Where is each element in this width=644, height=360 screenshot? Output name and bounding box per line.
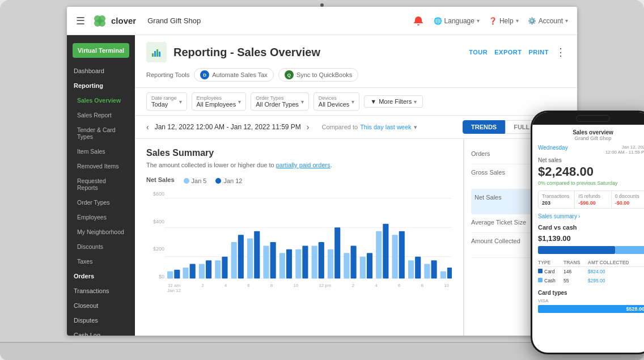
account-button[interactable]: ⚙️ Account ▾ [528, 17, 568, 25]
sidebar-item-cash-log[interactable]: Cash Log [67, 328, 135, 336]
phone-stats-row: Transactions 203 IS refunds -$96.00 0 di… [538, 190, 644, 209]
export-button[interactable]: EXPORT [494, 49, 522, 56]
svg-rect-45 [424, 264, 430, 279]
help-button[interactable]: ❓ Help ▾ [489, 17, 519, 25]
sidebar-item-my-neighborhood[interactable]: My Neighborhood [67, 225, 135, 239]
notification-icon[interactable] [412, 15, 425, 27]
legend-jan5: Jan 5 [184, 177, 207, 184]
svg-rect-7 [156, 49, 158, 57]
sidebar-item-reporting[interactable]: Reporting [67, 78, 135, 93]
reporting-icon [146, 42, 167, 62]
svg-rect-16 [190, 264, 196, 279]
svg-rect-28 [286, 249, 292, 278]
hamburger-icon[interactable]: ☰ [76, 15, 85, 27]
svg-rect-24 [254, 231, 260, 279]
svg-rect-42 [399, 231, 405, 279]
svg-rect-44 [415, 257, 421, 279]
svg-rect-26 [270, 242, 276, 278]
phone-table-type-header: TYPE [538, 259, 564, 267]
main-layout: Virtual Terminal Dashboard Reporting Sal… [67, 35, 577, 336]
sidebar-item-sales-report[interactable]: Sales Report [67, 108, 135, 122]
sidebar-item-taxes[interactable]: Taxes [67, 254, 135, 269]
print-button[interactable]: PRINT [529, 49, 549, 56]
chart-x-labels: 12 amJan 12 2 4 6 8 10 12 pm 2 4 6 8 [164, 283, 452, 293]
phone-day-link[interactable]: Wednesday [538, 145, 568, 151]
sales-summary-note: The amount collected is lower or higher … [146, 162, 452, 168]
svg-rect-38 [367, 253, 372, 278]
compare-link[interactable]: This day last week [360, 124, 411, 130]
svg-rect-14 [174, 270, 180, 278]
store-name: Grand Gift Shop [147, 16, 201, 25]
sidebar-item-removed-items[interactable]: Removed Items [67, 159, 135, 173]
svg-rect-19 [215, 260, 221, 278]
sidebar-item-transactions[interactable]: Transactions [67, 283, 135, 298]
tab-trends[interactable]: TRENDS [463, 120, 505, 134]
sidebar-item-sales-overview[interactable]: Sales Overview [67, 93, 135, 108]
employees-value: All Employees [197, 101, 236, 108]
chart-label: Net Sales [146, 176, 175, 183]
more-options-icon[interactable]: ⋮ [556, 46, 566, 58]
more-filters-button[interactable]: ▼ More Filters ▾ [364, 95, 423, 108]
sidebar-item-disputes[interactable]: Disputes [67, 313, 135, 328]
sidebar-item-requested-reports[interactable]: Requested Reports [67, 173, 135, 195]
sidebar-item-order-types[interactable]: Order Types [67, 195, 135, 210]
phone-visa-label: VISA [538, 298, 644, 303]
compared-to-text: Compared to This day last week ▾ [322, 124, 417, 131]
automate-sales-tax-badge[interactable]: D Automate Sales Tax [194, 68, 274, 82]
language-button[interactable]: 🌐 Language ▾ [434, 17, 480, 25]
davo-icon: D [200, 70, 209, 79]
date-range-filter[interactable]: Date range Today ▾ [146, 92, 187, 111]
sidebar-item-discounts[interactable]: Discounts [67, 239, 135, 254]
phone-comparison: 0% compared to previous Saturday [538, 180, 644, 186]
filters-row: Date range Today ▾ Employees All Employe… [135, 88, 577, 116]
partially-paid-link[interactable]: partially paid orders [276, 162, 331, 168]
phone-visa-amount: $528.00 [626, 306, 644, 312]
phone-notch-bar [576, 115, 610, 122]
svg-rect-40 [383, 224, 388, 278]
svg-rect-31 [312, 245, 317, 278]
svg-rect-27 [279, 253, 285, 278]
employees-chevron: ▾ [238, 99, 241, 105]
svg-rect-39 [376, 231, 382, 279]
sidebar: Virtual Terminal Dashboard Reporting Sal… [67, 35, 135, 336]
date-nav-left: ‹ Jan 12, 2022 12:00 AM - Jan 12, 2022 1… [146, 122, 417, 132]
sync-quickbooks-badge[interactable]: Q Sync to QuickBooks [278, 68, 358, 82]
next-date-arrow[interactable]: › [307, 122, 310, 132]
reporting-tools-label: Reporting Tools [146, 71, 189, 78]
tour-button[interactable]: TOUR [469, 49, 488, 56]
devices-filter[interactable]: Devices All Devices ▾ [313, 92, 359, 111]
compare-chevron: ▾ [414, 124, 417, 131]
main-content: Sales Summary The amount collected is lo… [135, 139, 577, 336]
sidebar-item-closeout[interactable]: Closeout [67, 298, 135, 313]
sidebar-item-orders[interactable]: Orders [67, 269, 135, 283]
chart-container: $600 $400 $200 $0 [146, 191, 452, 293]
phone-amt-cash: $295.00 [588, 276, 644, 285]
phone-card-types-title: Card types [538, 290, 644, 296]
phone-cash-bar [615, 246, 644, 254]
sidebar-item-tender-card[interactable]: Tender & Card Types [67, 122, 135, 144]
svg-rect-35 [344, 253, 349, 278]
svg-rect-6 [154, 51, 156, 57]
phone-card-types-section: Card types VISA $528.00 [538, 290, 644, 313]
phone-stat-refunds: IS refunds -$96.00 [575, 191, 611, 208]
prev-date-arrow[interactable]: ‹ [146, 122, 149, 132]
svg-rect-18 [206, 260, 211, 278]
bar-chart-svg [146, 191, 452, 293]
avg-ticket-label: Average Ticket Size [471, 219, 526, 226]
y-label-200: $200 [146, 246, 164, 252]
phone-table-trans-header: TRANS [564, 259, 588, 267]
phone-table-row-cash: Cash 55 $295.00 [538, 276, 644, 285]
phone-sales-summary-link[interactable]: Sales summary › [538, 213, 644, 219]
sidebar-item-dashboard[interactable]: Dashboard [67, 63, 135, 78]
webcam-dot [320, 3, 324, 7]
sidebar-item-employees[interactable]: Employees [67, 210, 135, 225]
sidebar-item-item-sales[interactable]: Item Sales [67, 144, 135, 159]
svg-rect-15 [183, 268, 188, 278]
content-header-top: Reporting - Sales Overview TOUR EXPORT P… [146, 42, 566, 62]
virtual-terminal-button[interactable]: Virtual Terminal [73, 43, 129, 58]
phone-amt-card: $824.00 [588, 267, 644, 277]
employees-filter[interactable]: Employees All Employees ▾ [192, 92, 247, 111]
clover-brand-icon [92, 13, 108, 29]
order-types-filter[interactable]: Order Types All Order Types ▾ [251, 92, 309, 111]
phone-bar-container [538, 246, 644, 254]
